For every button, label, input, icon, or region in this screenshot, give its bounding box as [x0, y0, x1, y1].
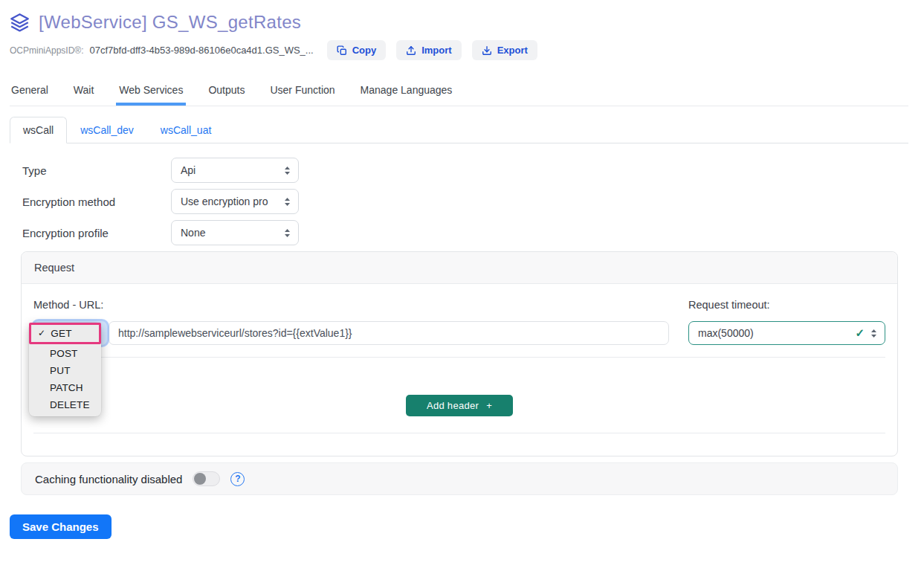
- check-icon: ✓: [38, 327, 45, 340]
- download-icon: [482, 45, 492, 56]
- ws-call-tabs: wsCall wsCall_dev wsCall_uat: [10, 117, 908, 143]
- encryption-profile-label: Encryption profile: [22, 227, 171, 239]
- subtab-wscall-dev[interactable]: wsCall_dev: [67, 117, 147, 143]
- copy-icon: [337, 45, 347, 56]
- select-arrows-icon: [870, 329, 877, 338]
- page-title: [WebService] GS_WS_getRates: [39, 12, 301, 33]
- import-button[interactable]: Import: [396, 40, 461, 60]
- layers-icon: [10, 13, 30, 33]
- subtab-wscall-uat[interactable]: wsCall_uat: [147, 117, 224, 143]
- save-changes-button[interactable]: Save Changes: [10, 514, 112, 539]
- url-input[interactable]: [109, 321, 669, 345]
- tab-user-function[interactable]: User Function: [268, 80, 336, 106]
- import-button-label: Import: [421, 45, 451, 56]
- plus-icon: +: [486, 400, 492, 411]
- help-glyph: ?: [235, 474, 240, 484]
- subtab-wscall[interactable]: wsCall: [10, 117, 67, 143]
- select-arrows-icon: [284, 197, 291, 207]
- page-header: [WebService] GS_WS_getRates: [10, 12, 908, 33]
- timeout-select[interactable]: max(50000) ✓: [688, 321, 885, 345]
- method-option-get-label: GET: [51, 327, 71, 340]
- select-arrows-icon: [284, 228, 291, 238]
- tab-wait[interactable]: Wait: [72, 80, 95, 106]
- request-timeout-label: Request timeout:: [688, 299, 885, 311]
- method-option-patch[interactable]: PATCH: [29, 379, 101, 396]
- type-select[interactable]: Api: [171, 158, 299, 183]
- export-button[interactable]: Export: [472, 40, 537, 60]
- request-divider-top: [33, 357, 885, 358]
- copy-button[interactable]: Copy: [327, 40, 387, 60]
- ws-settings-form: Type Api Encryption method Use encryptio…: [22, 158, 908, 245]
- encryption-method-select[interactable]: Use encryption pro: [171, 189, 299, 214]
- app-id-label: OCPminiAppsID®:: [10, 45, 84, 56]
- caching-toggle-knob: [194, 473, 206, 485]
- add-header-button[interactable]: Add header +: [406, 395, 513, 416]
- method-dropdown-menu: ✓ GET POST PUT PATCH DELETE: [29, 323, 101, 416]
- export-button-label: Export: [497, 45, 528, 56]
- type-select-value: Api: [181, 164, 196, 176]
- footer-actions: Save Changes: [10, 514, 908, 539]
- caching-section: Caching functionality disabled ?: [21, 462, 898, 495]
- help-icon[interactable]: ?: [230, 472, 245, 486]
- type-row: Type Api: [22, 158, 908, 183]
- select-arrows-icon: [284, 166, 291, 175]
- webservice-config-page: [WebService] GS_WS_getRates OCPminiAppsI…: [0, 0, 924, 539]
- encryption-method-value: Use encryption pro: [181, 196, 268, 207]
- upload-icon: [406, 45, 416, 56]
- add-header-label: Add header: [427, 400, 479, 411]
- method-url-label: Method - URL:: [33, 299, 669, 311]
- encryption-profile-row: Encryption profile None: [22, 220, 908, 245]
- timeout-value: max(50000): [698, 327, 855, 339]
- method-option-post[interactable]: POST: [29, 345, 101, 362]
- main-tabs: General Wait Web Services Outputs User F…: [10, 80, 908, 106]
- encryption-method-label: Encryption method: [22, 196, 171, 208]
- method-option-put[interactable]: PUT: [29, 362, 101, 379]
- encryption-profile-select[interactable]: None: [171, 220, 299, 245]
- encryption-profile-value: None: [181, 227, 205, 239]
- request-panel-body: Method - URL: ✓ GET POST PUT: [22, 284, 897, 456]
- request-panel: Request Method - URL: ✓ GET P: [21, 251, 898, 456]
- method-url-group: Method - URL: ✓ GET POST PUT: [33, 299, 669, 345]
- method-option-delete[interactable]: DELETE: [29, 396, 101, 413]
- tab-outputs[interactable]: Outputs: [207, 80, 246, 106]
- method-option-get[interactable]: ✓ GET: [29, 323, 101, 344]
- app-id-value: 07cf7bfd-dff3-4b53-989d-86106e0ca4d1.GS_…: [90, 45, 314, 56]
- type-label: Type: [22, 164, 171, 177]
- app-id-row: OCPminiAppsID®: 07cf7bfd-dff3-4b53-989d-…: [10, 40, 908, 60]
- tab-web-services[interactable]: Web Services: [117, 80, 184, 106]
- copy-button-label: Copy: [352, 45, 377, 56]
- timeout-group: Request timeout: max(50000) ✓: [688, 299, 885, 345]
- caching-label: Caching functionality disabled: [35, 473, 182, 485]
- tab-manage-languages[interactable]: Manage Languages: [359, 80, 454, 106]
- valid-check-icon: ✓: [855, 326, 865, 340]
- encryption-method-row: Encryption method Use encryption pro: [22, 189, 908, 214]
- request-panel-title: Request: [22, 252, 897, 284]
- caching-toggle[interactable]: [193, 471, 220, 486]
- tab-general[interactable]: General: [10, 80, 50, 106]
